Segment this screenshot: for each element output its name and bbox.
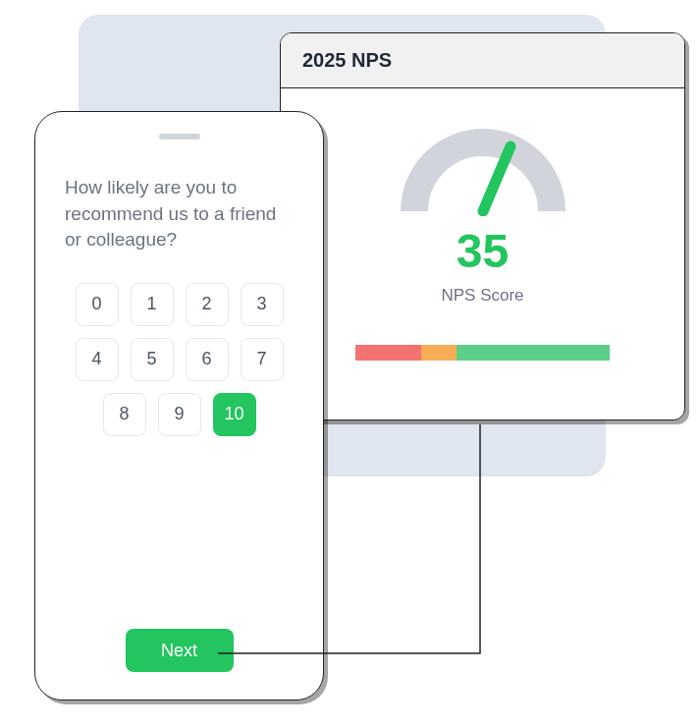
rating-button-4[interactable]: 4 bbox=[76, 338, 119, 381]
segment-detractors bbox=[355, 345, 422, 361]
rating-button-1[interactable]: 1 bbox=[131, 283, 174, 326]
rating-button-2[interactable]: 2 bbox=[186, 283, 229, 326]
phone-speaker-icon bbox=[159, 134, 200, 140]
rating-grid: 012345678910 bbox=[65, 283, 294, 436]
rating-button-6[interactable]: 6 bbox=[186, 338, 229, 381]
segment-passives bbox=[421, 345, 457, 361]
rating-button-0[interactable]: 0 bbox=[76, 283, 119, 326]
rating-button-9[interactable]: 9 bbox=[158, 393, 201, 436]
nps-card-title: 2025 NPS bbox=[281, 33, 684, 88]
nps-result-card: 2025 NPS 35 NPS Score bbox=[280, 32, 685, 420]
nps-score-label: NPS Score bbox=[441, 286, 523, 306]
nps-card-body: 35 NPS Score bbox=[281, 88, 684, 380]
nps-value: 35 bbox=[457, 224, 509, 278]
rating-button-5[interactable]: 5 bbox=[131, 338, 174, 381]
phone-mockup: How likely are you to recommend us to a … bbox=[34, 111, 324, 700]
next-button[interactable]: Next bbox=[126, 629, 234, 672]
nps-question: How likely are you to recommend us to a … bbox=[65, 175, 294, 253]
rating-button-8[interactable]: 8 bbox=[103, 393, 146, 436]
rating-button-7[interactable]: 7 bbox=[241, 338, 284, 381]
segment-promoters bbox=[457, 345, 610, 361]
rating-button-3[interactable]: 3 bbox=[241, 283, 284, 326]
gauge-icon bbox=[400, 128, 566, 216]
rating-button-10[interactable]: 10 bbox=[213, 393, 256, 436]
nps-segment-bar bbox=[355, 345, 611, 361]
